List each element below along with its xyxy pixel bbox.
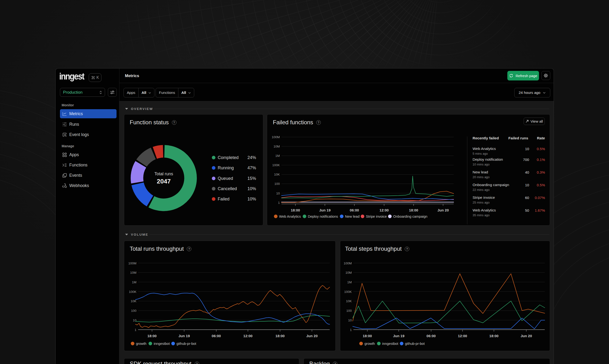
svg-text:Jun 20: Jun 20 — [521, 334, 532, 338]
svg-text:100K: 100K — [272, 163, 280, 167]
svg-text:Stripe invoice: Stripe invoice — [366, 215, 387, 218]
svg-text:1M: 1M — [347, 280, 352, 284]
svg-text:Onboarding campaign: Onboarding campaign — [393, 215, 428, 218]
svg-text:1: 1 — [350, 328, 352, 332]
svg-text:Jun 19: Jun 19 — [319, 208, 331, 212]
svg-text:10K: 10K — [346, 299, 352, 303]
svg-text:100M: 100M — [344, 261, 352, 265]
svg-text:18:00: 18:00 — [489, 334, 498, 338]
svg-text:2047: 2047 — [157, 178, 171, 185]
svg-text:100: 100 — [274, 182, 280, 186]
svg-text:100M: 100M — [128, 261, 137, 265]
svg-text:18:00: 18:00 — [409, 208, 418, 212]
svg-text:10: 10 — [348, 318, 352, 322]
svg-text:1M: 1M — [275, 154, 280, 157]
svg-text:Completed: Completed — [218, 155, 238, 160]
svg-text:100: 100 — [346, 309, 352, 312]
svg-text:06:00: 06:00 — [212, 334, 221, 338]
svg-text:12:00: 12:00 — [380, 208, 389, 212]
svg-text:Cancelled: Cancelled — [218, 186, 237, 191]
svg-text:growth: growth — [136, 342, 147, 346]
svg-text:Failed: Failed — [218, 197, 229, 201]
svg-text:growth: growth — [364, 342, 375, 346]
svg-text:18:00: 18:00 — [276, 334, 285, 338]
svg-text:12:00: 12:00 — [243, 334, 252, 338]
svg-text:10K: 10K — [131, 299, 137, 303]
svg-text:10M: 10M — [346, 271, 352, 274]
svg-text:github-pr-bot: github-pr-bot — [405, 342, 425, 346]
svg-text:100K: 100K — [344, 290, 352, 294]
svg-text:1M: 1M — [132, 280, 137, 284]
svg-text:10: 10 — [276, 192, 280, 195]
svg-text:100K: 100K — [129, 290, 137, 294]
svg-text:10%: 10% — [248, 186, 256, 191]
svg-text:18:00: 18:00 — [363, 334, 372, 338]
svg-text:10K: 10K — [274, 173, 280, 176]
svg-text:18:00: 18:00 — [291, 208, 300, 212]
svg-text:Jun 19: Jun 19 — [393, 334, 404, 338]
svg-text:Running: Running — [218, 166, 234, 170]
svg-text:Web Analytics: Web Analytics — [279, 215, 301, 218]
svg-text:inngestbot: inngestbot — [154, 342, 170, 346]
svg-text:10%: 10% — [248, 197, 256, 201]
svg-text:New lead: New lead — [345, 215, 360, 218]
svg-text:10M: 10M — [274, 145, 280, 148]
svg-text:12:00: 12:00 — [458, 334, 467, 338]
svg-text:18:00: 18:00 — [147, 334, 157, 338]
svg-text:Total runs: Total runs — [154, 171, 173, 176]
svg-text:Jun 20: Jun 20 — [437, 208, 449, 212]
svg-text:Jun 20: Jun 20 — [306, 334, 318, 338]
svg-text:github-pr-bot: github-pr-bot — [177, 342, 196, 346]
svg-text:06:00: 06:00 — [427, 334, 436, 338]
svg-text:10M: 10M — [130, 271, 137, 274]
svg-text:24%: 24% — [248, 155, 256, 160]
svg-text:06:00: 06:00 — [350, 208, 359, 212]
svg-text:15%: 15% — [248, 176, 256, 181]
svg-text:100: 100 — [131, 309, 137, 312]
svg-text:100M: 100M — [272, 135, 280, 139]
svg-text:1: 1 — [135, 328, 137, 332]
svg-text:Deploy notifications: Deploy notifications — [308, 215, 338, 218]
svg-text:Jun 19: Jun 19 — [178, 334, 190, 338]
svg-text:47%: 47% — [248, 166, 256, 170]
svg-text:inngestbot: inngestbot — [382, 342, 398, 346]
svg-text:1: 1 — [278, 201, 280, 205]
svg-text:Queued: Queued — [218, 176, 233, 181]
